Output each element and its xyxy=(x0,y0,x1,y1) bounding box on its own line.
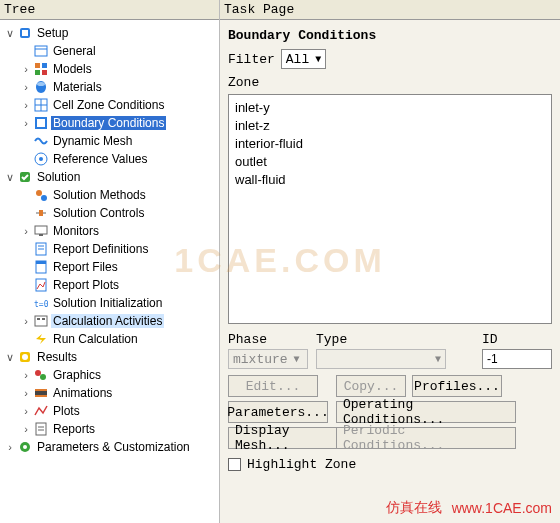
tree-label: Calculation Activities xyxy=(51,314,164,328)
zone-item[interactable]: inlet-z xyxy=(235,117,545,135)
chevron-right-icon[interactable]: › xyxy=(20,405,32,417)
tree-pane-title: Tree xyxy=(0,0,219,20)
filter-select[interactable]: All ▼ xyxy=(281,49,326,69)
tree-solution-controls[interactable]: • Solution Controls xyxy=(18,204,219,222)
controls-icon xyxy=(33,205,49,221)
chevron-right-icon[interactable]: › xyxy=(20,225,32,237)
tree-label: Reports xyxy=(51,422,97,436)
tree-solution-initialization[interactable]: • t=0 Solution Initialization xyxy=(18,294,219,312)
tree-reference-values[interactable]: • Reference Values xyxy=(18,150,219,168)
svg-rect-20 xyxy=(39,210,43,216)
tree-parameters-customization[interactable]: › Parameters & Customization xyxy=(2,438,219,456)
svg-rect-40 xyxy=(35,395,47,397)
operating-conditions-button[interactable]: Operating Conditions... xyxy=(336,401,516,423)
zone-item[interactable]: wall-fluid xyxy=(235,171,545,189)
boundary-conditions-heading: Boundary Conditions xyxy=(228,28,552,43)
tree-label: Boundary Conditions xyxy=(51,116,166,130)
methods-icon xyxy=(33,187,49,203)
tree-boundary-conditions[interactable]: › Boundary Conditions xyxy=(18,114,219,132)
id-value: -1 xyxy=(487,352,498,366)
profiles-button[interactable]: Profiles... xyxy=(412,375,502,397)
chevron-down-icon[interactable]: ∨ xyxy=(4,351,16,364)
chevron-right-icon[interactable]: › xyxy=(20,315,32,327)
tree-label: Results xyxy=(35,350,79,364)
svg-rect-5 xyxy=(42,63,47,68)
tree-results[interactable]: ∨ Results xyxy=(2,348,219,366)
tree-label: Report Definitions xyxy=(51,242,150,256)
zone-item[interactable]: outlet xyxy=(235,153,545,171)
tree-report-definitions[interactable]: • Report Definitions xyxy=(18,240,219,258)
tree-label: Plots xyxy=(51,404,82,418)
svg-rect-4 xyxy=(35,63,40,68)
display-mesh-button[interactable]: Display Mesh... xyxy=(228,427,338,449)
tree-solution-methods[interactable]: • Solution Methods xyxy=(18,186,219,204)
tree-calculation-activities[interactable]: › Calculation Activities xyxy=(18,312,219,330)
filter-value: All xyxy=(286,52,309,67)
chevron-down-icon: ▼ xyxy=(315,54,321,65)
tree-dynamic-mesh[interactable]: • Dynamic Mesh xyxy=(18,132,219,150)
reference-values-icon xyxy=(33,151,49,167)
chevron-down-icon[interactable]: ∨ xyxy=(4,171,16,184)
chevron-right-icon[interactable]: › xyxy=(20,117,32,129)
svg-rect-41 xyxy=(36,423,46,435)
tree-label: Graphics xyxy=(51,368,103,382)
init-icon: t=0 xyxy=(33,295,49,311)
tree-label: Dynamic Mesh xyxy=(51,134,134,148)
chevron-right-icon[interactable]: › xyxy=(20,387,32,399)
highlight-zone-checkbox[interactable] xyxy=(228,458,241,471)
chevron-down-icon: ▼ xyxy=(294,354,300,365)
zone-item[interactable]: interior-fluid xyxy=(235,135,545,153)
chevron-right-icon[interactable]: › xyxy=(20,63,32,75)
tree-label: Run Calculation xyxy=(51,332,140,346)
setup-icon xyxy=(17,25,33,41)
chevron-right-icon[interactable]: › xyxy=(20,423,32,435)
tree-reports[interactable]: › Reports xyxy=(18,420,219,438)
id-field[interactable]: -1 xyxy=(482,349,552,369)
models-icon xyxy=(33,61,49,77)
tree-cell-zone[interactable]: › Cell Zone Conditions xyxy=(18,96,219,114)
plots-icon xyxy=(33,403,49,419)
tree-plots[interactable]: › Plots xyxy=(18,402,219,420)
tree-label: Animations xyxy=(51,386,114,400)
reports-icon xyxy=(33,421,49,437)
tree-setup[interactable]: ∨ Setup xyxy=(2,24,219,42)
zone-label: Zone xyxy=(228,75,552,90)
report-plots-icon xyxy=(33,277,49,293)
tree-report-plots[interactable]: • Report Plots xyxy=(18,276,219,294)
dynamic-mesh-icon xyxy=(33,133,49,149)
copy-button: Copy... xyxy=(336,375,406,397)
general-icon xyxy=(33,43,49,59)
zone-listbox[interactable]: inlet-y inlet-z interior-fluid outlet wa… xyxy=(228,94,552,324)
tree-label: Solution Controls xyxy=(51,206,146,220)
tree-animations[interactable]: › Animations xyxy=(18,384,219,402)
params-icon xyxy=(17,439,33,455)
chevron-down-icon[interactable]: ∨ xyxy=(4,27,16,40)
tree-graphics[interactable]: › Graphics xyxy=(18,366,219,384)
tree-models[interactable]: › Models xyxy=(18,60,219,78)
parameters-button[interactable]: Parameters... xyxy=(228,401,328,423)
svg-rect-31 xyxy=(37,318,40,320)
run-icon xyxy=(33,331,49,347)
chevron-right-icon[interactable]: › xyxy=(20,99,32,111)
calc-activities-icon xyxy=(33,313,49,329)
zone-item[interactable]: inlet-y xyxy=(235,99,545,117)
tree-run-calculation[interactable]: • Run Calculation xyxy=(18,330,219,348)
chevron-right-icon[interactable]: › xyxy=(20,81,32,93)
chevron-right-icon[interactable]: › xyxy=(20,369,32,381)
tree-monitors[interactable]: › Monitors xyxy=(18,222,219,240)
svg-rect-7 xyxy=(42,70,47,75)
tree-report-files[interactable]: • Report Files xyxy=(18,258,219,276)
svg-rect-13 xyxy=(37,119,45,127)
chevron-right-icon[interactable]: › xyxy=(4,441,16,453)
cell-zone-icon xyxy=(33,97,49,113)
type-label: Type xyxy=(316,332,474,347)
svg-text:t=0: t=0 xyxy=(34,300,49,309)
graphics-icon xyxy=(33,367,49,383)
tree-solution[interactable]: ∨ Solution xyxy=(2,168,219,186)
periodic-conditions-button: Periodic Conditions... xyxy=(336,427,516,449)
tree-materials[interactable]: › Materials xyxy=(18,78,219,96)
phase-label: Phase xyxy=(228,332,308,347)
tree-label: Solution Methods xyxy=(51,188,148,202)
tree-general[interactable]: • General xyxy=(18,42,219,60)
tree-label: Parameters & Customization xyxy=(35,440,192,454)
